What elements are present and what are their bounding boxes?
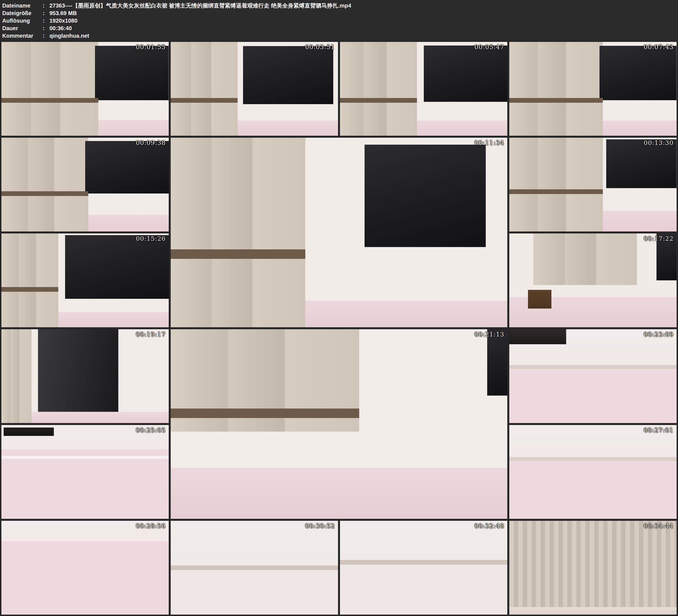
timestamp-overlay: 00:21:13	[474, 331, 504, 338]
video-thumbnail[interactable]: 00:25:05	[1, 425, 169, 519]
separator: :	[43, 17, 49, 25]
thumbnail-contact-sheet: 00:01:55 00:03:51 00:05:47 00:07:43 00:0…	[0, 40, 678, 616]
timestamp-overlay: 00:13:30	[644, 139, 674, 146]
timestamp-overlay: 00:07:43	[644, 44, 674, 50]
separator: :	[43, 32, 49, 40]
timestamp-overlay: 00:03:51	[305, 44, 335, 50]
timestamp-overlay: 00:23:09	[644, 331, 674, 338]
comment-label: Kommentar	[2, 32, 43, 40]
timestamp-overlay: 00:27:01	[644, 427, 674, 434]
metadata-row-duration: Dauer : 00:36:40	[2, 25, 678, 32]
video-thumbnail[interactable]: 00:05:47	[340, 42, 507, 136]
metadata-row-filename: Dateiname : 27363----【墨雨原创】气质大美女灰丝配白衣裙 被…	[2, 2, 678, 9]
timestamp-overlay: 00:15:26	[136, 235, 166, 242]
video-thumbnail[interactable]: 00:23:09	[509, 329, 677, 423]
timestamp-overlay: 00:09:38	[136, 139, 166, 146]
timestamp-overlay: 00:25:05	[136, 427, 166, 434]
video-thumbnail[interactable]: 00:03:51	[171, 42, 338, 136]
duration-label: Dauer	[2, 25, 43, 32]
video-thumbnail-large[interactable]: 00:21:13	[171, 329, 507, 519]
timestamp-overlay: 00:30:52	[305, 523, 335, 530]
video-thumbnail[interactable]: 00:15:26	[1, 233, 169, 328]
timestamp-overlay: 00:05:47	[474, 44, 504, 50]
timestamp-overlay: 00:01:55	[136, 44, 166, 50]
timestamp-overlay: 00:28:56	[136, 523, 166, 530]
timestamp-overlay: 00:19:17	[136, 331, 166, 338]
timestamp-overlay: 00:17:22	[644, 235, 674, 242]
filename-value: 27363----【墨雨原创】气质大美女灰丝配白衣裙 被博主无情的捆绑直臂紧缚逼…	[49, 2, 678, 9]
timestamp-overlay: 00:32:48	[474, 523, 504, 530]
video-thumbnail[interactable]: 00:01:55	[1, 42, 169, 136]
video-thumbnail[interactable]: 00:30:52	[171, 521, 338, 615]
duration-value: 00:36:40	[49, 25, 678, 32]
separator: :	[43, 2, 49, 9]
filesize-value: 953.69 MB	[49, 9, 678, 17]
video-thumbnail[interactable]: 00:27:01	[509, 425, 677, 519]
comment-value: qinglanhua.net	[49, 32, 678, 40]
video-thumbnail[interactable]: 00:07:43	[509, 42, 677, 136]
video-thumbnail-large[interactable]: 00:11:34	[171, 138, 507, 328]
filesize-label: Dateigröße	[2, 9, 43, 17]
video-thumbnail[interactable]: 00:19:17	[1, 329, 169, 423]
metadata-row-filesize: Dateigröße : 953.69 MB	[2, 9, 678, 17]
timestamp-overlay: 00:11:34	[474, 139, 504, 146]
separator: :	[43, 9, 49, 17]
metadata-row-resolution: Auflösung : 1920x1080	[2, 17, 678, 25]
video-thumbnail[interactable]: 00:13:30	[509, 138, 677, 232]
video-thumbnail[interactable]: 00:17:22	[509, 233, 677, 328]
resolution-value: 1920x1080	[49, 17, 678, 25]
video-thumbnail[interactable]: 00:28:56	[1, 521, 169, 615]
separator: :	[43, 25, 49, 32]
filename-label: Dateiname	[2, 2, 43, 9]
metadata-row-comment: Kommentar : qinglanhua.net	[2, 32, 678, 40]
video-thumbnail[interactable]: 00:09:38	[1, 138, 169, 232]
resolution-label: Auflösung	[2, 17, 43, 25]
file-metadata-header: Dateiname : 27363----【墨雨原创】气质大美女灰丝配白衣裙 被…	[0, 0, 678, 40]
video-thumbnail[interactable]: 00:34:44	[509, 521, 677, 615]
video-thumbnail[interactable]: 00:32:48	[340, 521, 507, 615]
timestamp-overlay: 00:34:44	[644, 523, 674, 530]
